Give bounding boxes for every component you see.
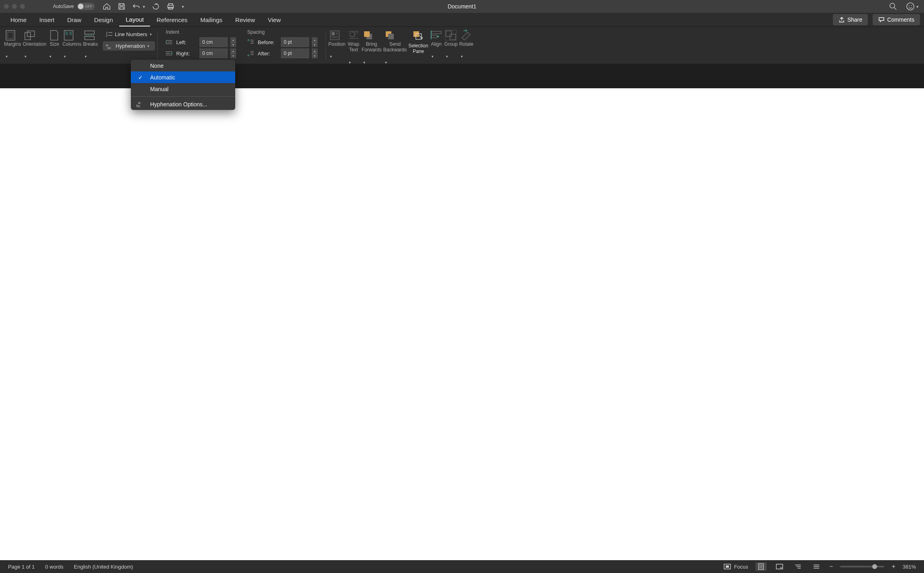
- undo-icon[interactable]: [132, 3, 140, 10]
- svg-rect-7: [25, 33, 31, 40]
- emoji-icon[interactable]: ▾: [906, 2, 918, 11]
- position-button[interactable]: Position ▾: [328, 29, 346, 59]
- tab-draw[interactable]: Draw: [61, 13, 88, 26]
- spacing-after-input[interactable]: 0 pt: [281, 49, 309, 58]
- document-page[interactable]: [0, 88, 924, 560]
- share-label: Share: [847, 16, 862, 23]
- home-icon[interactable]: [103, 3, 111, 10]
- indent-right-down[interactable]: ▼: [230, 53, 236, 58]
- indent-right-up[interactable]: ▲: [230, 49, 236, 53]
- spacing-group: Spacing Before: 0 pt ▲▼ After: 0 pt ▲▼: [242, 29, 323, 61]
- tab-view[interactable]: View: [261, 13, 287, 26]
- menu-item-none[interactable]: None: [131, 60, 235, 71]
- send-backwards-button[interactable]: Send Backwards ▾: [383, 29, 407, 65]
- group-button[interactable]: Group ▾: [444, 29, 458, 59]
- spacing-before-down[interactable]: ▼: [312, 42, 317, 47]
- indent-left-icon: [166, 40, 173, 45]
- chevron-down-icon[interactable]: ▾: [64, 54, 66, 59]
- indent-left-up[interactable]: ▲: [230, 37, 236, 42]
- draft-view-icon[interactable]: [811, 562, 822, 571]
- indent-right-label: Right:: [176, 51, 196, 57]
- line-numbers-button[interactable]: 12 Line Numbers ▾: [103, 29, 155, 39]
- print-icon[interactable]: [167, 3, 175, 10]
- svg-rect-50: [388, 34, 394, 39]
- spacing-after-icon: [247, 51, 254, 56]
- indent-right-input[interactable]: 0 cm: [199, 49, 228, 58]
- share-button[interactable]: Share: [833, 14, 868, 25]
- chevron-down-icon[interactable]: ▾: [24, 54, 26, 59]
- tab-design[interactable]: Design: [88, 13, 120, 26]
- chevron-down-icon[interactable]: ▾: [446, 54, 448, 59]
- print-layout-view-icon[interactable]: [755, 562, 767, 571]
- tab-references[interactable]: References: [150, 13, 194, 26]
- columns-label: Columns: [62, 41, 81, 47]
- svg-text:bc: bc: [108, 46, 111, 49]
- tab-home[interactable]: Home: [4, 13, 33, 26]
- spacing-after-down[interactable]: ▼: [312, 53, 317, 58]
- hyphenation-menu: None ✓ Automatic Manual a-bc Hyphenation…: [131, 60, 235, 110]
- svg-rect-54: [431, 35, 437, 38]
- menu-item-manual[interactable]: Manual: [131, 83, 235, 95]
- svg-point-4: [911, 5, 912, 6]
- zoom-slider[interactable]: [840, 566, 884, 567]
- page-indicator[interactable]: Page 1 of 1: [8, 564, 35, 570]
- repeat-icon[interactable]: [152, 3, 159, 10]
- svg-text:bc: bc: [136, 104, 140, 108]
- chevron-down-icon[interactable]: ▾: [431, 54, 434, 59]
- svg-point-3: [909, 5, 910, 6]
- zoom-out-button[interactable]: −: [829, 563, 833, 570]
- word-count[interactable]: 0 words: [45, 564, 64, 570]
- breaks-button[interactable]: Breaks ▾: [83, 29, 98, 61]
- columns-button[interactable]: Columns ▾: [62, 29, 81, 61]
- bring-forwards-button[interactable]: Bring Forwards ▾: [362, 29, 382, 65]
- line-numbers-label: Line Numbers: [115, 31, 147, 37]
- size-button[interactable]: Size ▾: [48, 29, 61, 61]
- checkmark-icon: ✓: [138, 74, 143, 81]
- svg-line-1: [894, 8, 896, 10]
- autosave-state: OFF: [85, 4, 92, 8]
- zoom-level[interactable]: 381%: [903, 564, 916, 570]
- search-icon[interactable]: [889, 2, 897, 10]
- tab-mailings[interactable]: Mailings: [194, 13, 229, 26]
- chevron-down-icon[interactable]: ▾: [6, 54, 8, 59]
- maximize-window-button[interactable]: [20, 4, 25, 9]
- margins-button[interactable]: Margins ▾: [4, 29, 21, 61]
- indent-left-input[interactable]: 0 cm: [199, 37, 228, 47]
- rotate-button[interactable]: Rotate ▾: [459, 29, 473, 59]
- hyphenation-button[interactable]: a-bc Hyphenation ▾: [103, 41, 155, 51]
- spacing-after-up[interactable]: ▲: [312, 49, 317, 53]
- web-layout-view-icon[interactable]: [774, 562, 785, 571]
- zoom-in-button[interactable]: +: [891, 563, 895, 570]
- align-button[interactable]: Align ▾: [430, 29, 443, 59]
- indent-left-down[interactable]: ▼: [230, 42, 236, 47]
- bring-forwards-label: Bring Forwards: [362, 41, 382, 53]
- chevron-down-icon[interactable]: ▾: [461, 54, 463, 59]
- focus-button[interactable]: Focus: [724, 564, 748, 570]
- minimize-window-button[interactable]: [12, 4, 17, 9]
- save-icon[interactable]: [118, 3, 125, 10]
- chevron-down-icon[interactable]: ▾: [330, 54, 332, 59]
- language-indicator[interactable]: English (United Kingdom): [74, 564, 133, 570]
- wrap-text-label: Wrap Text: [347, 41, 360, 53]
- size-label: Size: [48, 41, 61, 47]
- wrap-text-button[interactable]: Wrap Text ▾: [347, 29, 360, 65]
- chevron-down-icon[interactable]: ▾: [85, 54, 87, 59]
- autosave-toggle[interactable]: OFF: [77, 3, 95, 10]
- spacing-before-up[interactable]: ▲: [312, 37, 317, 42]
- orientation-button[interactable]: Orientation ▾: [23, 29, 47, 61]
- outline-view-icon[interactable]: [792, 562, 804, 571]
- undo-dropdown-icon[interactable]: ▾: [143, 4, 145, 9]
- chevron-down-icon[interactable]: ▾: [49, 54, 51, 59]
- menu-item-hyphenation-options[interactable]: a-bc Hyphenation Options...: [131, 98, 235, 110]
- close-window-button[interactable]: [4, 4, 9, 9]
- customize-qat-icon[interactable]: ▾: [182, 4, 184, 9]
- tab-layout[interactable]: Layout: [119, 13, 150, 26]
- tab-review[interactable]: Review: [229, 13, 261, 26]
- tab-insert[interactable]: Insert: [33, 13, 61, 26]
- spacing-before-input[interactable]: 0 pt: [281, 37, 309, 47]
- position-label: Position: [328, 41, 346, 47]
- selection-pane-button[interactable]: Selection Pane: [408, 29, 428, 55]
- menu-item-automatic[interactable]: ✓ Automatic: [131, 71, 235, 83]
- comments-button[interactable]: Comments: [873, 14, 920, 25]
- spacing-header: Spacing: [247, 29, 317, 35]
